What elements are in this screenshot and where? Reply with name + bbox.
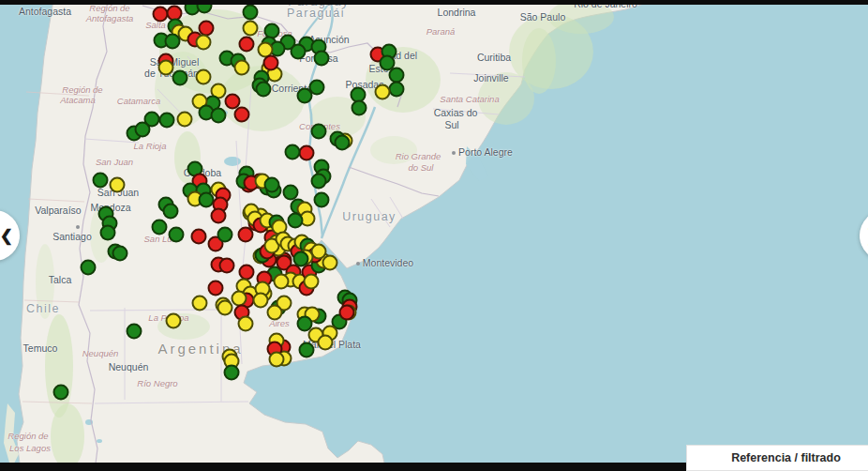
map-marker-green[interactable]	[165, 34, 181, 50]
map-marker-green[interactable]	[291, 44, 307, 60]
map-marker-green[interactable]	[311, 124, 327, 140]
map-marker-green[interactable]	[389, 82, 405, 98]
legend-toggle[interactable]: Referencia / filtrado	[686, 445, 868, 471]
map-marker-red[interactable]	[238, 227, 254, 243]
map-marker-yellow[interactable]	[158, 60, 174, 76]
map-marker-yellow[interactable]	[243, 21, 259, 37]
map-marker-red[interactable]	[219, 258, 235, 274]
map-marker-yellow[interactable]	[318, 335, 334, 351]
map-marker-yellow[interactable]	[238, 316, 254, 332]
map-marker-red[interactable]	[234, 107, 250, 123]
map-marker-yellow[interactable]	[110, 177, 126, 193]
map-marker-red[interactable]	[299, 145, 315, 161]
map-marker-green[interactable]	[314, 51, 330, 67]
map-marker-red[interactable]	[339, 305, 355, 321]
chevron-left-icon: ❮	[0, 228, 13, 244]
map-marker-green[interactable]	[243, 5, 259, 21]
map-marker-green[interactable]	[293, 251, 309, 267]
map-marker-green[interactable]	[311, 174, 327, 190]
map-marker-green[interactable]	[264, 177, 280, 193]
map-marker-yellow[interactable]	[304, 274, 320, 290]
map-marker-green[interactable]	[314, 192, 330, 208]
map-marker-green[interactable]	[169, 227, 185, 243]
map-marker-yellow[interactable]	[375, 84, 391, 100]
map-marker-green[interactable]	[93, 173, 109, 189]
map-marker-red[interactable]	[191, 229, 207, 245]
map-marker-yellow[interactable]	[234, 60, 250, 76]
map-marker-green[interactable]	[172, 70, 188, 86]
map-marker-green[interactable]	[211, 108, 227, 124]
map-marker-red[interactable]	[263, 55, 279, 71]
map-marker-green[interactable]	[352, 100, 367, 116]
map-marker-yellow[interactable]	[177, 112, 193, 128]
map-marker-green[interactable]	[285, 144, 301, 160]
map-marker-green[interactable]	[224, 365, 240, 381]
legend-label: Referencia / filtrado	[714, 451, 841, 464]
map-marker-yellow[interactable]	[166, 313, 182, 329]
map-marker-yellow[interactable]	[217, 300, 233, 316]
map-marker-green[interactable]	[81, 260, 97, 276]
map-marker-green[interactable]	[152, 220, 168, 236]
map-marker-yellow[interactable]	[253, 293, 269, 309]
letterbox-top	[0, 0, 868, 5]
map-marker-green[interactable]	[135, 122, 151, 138]
map-marker-yellow[interactable]	[269, 352, 285, 368]
map-marker-green[interactable]	[127, 324, 142, 340]
map-marker-green[interactable]	[297, 88, 313, 104]
map-marker-yellow[interactable]	[196, 35, 212, 51]
map-marker-green[interactable]	[53, 385, 69, 401]
map-marker-yellow[interactable]	[192, 296, 208, 311]
map-marker-green[interactable]	[217, 227, 233, 243]
map-marker-yellow[interactable]	[267, 305, 283, 321]
map-marker-yellow[interactable]	[196, 69, 212, 85]
map-marker-yellow[interactable]	[274, 274, 290, 290]
map-marker-green[interactable]	[159, 113, 175, 129]
map-canvas[interactable]: AntofagastaRegión deAntofagastaSaltaPara…	[0, 0, 868, 471]
map-marker-yellow[interactable]	[322, 255, 338, 271]
map-marker-red[interactable]	[208, 281, 224, 296]
map-marker-green[interactable]	[163, 204, 179, 220]
map-marker-green[interactable]	[288, 213, 304, 229]
map-marker-red[interactable]	[211, 208, 227, 224]
screenshot-frame: AntofagastaRegión deAntofagastaSaltaPara…	[0, 0, 868, 471]
map-marker-green[interactable]	[299, 342, 315, 358]
map-marker-red[interactable]	[239, 37, 255, 53]
map-marker-layer	[0, 0, 868, 471]
map-marker-green[interactable]	[112, 246, 128, 262]
map-marker-green[interactable]	[335, 135, 351, 151]
map-marker-green[interactable]	[256, 82, 272, 98]
map-marker-green[interactable]	[100, 225, 116, 241]
